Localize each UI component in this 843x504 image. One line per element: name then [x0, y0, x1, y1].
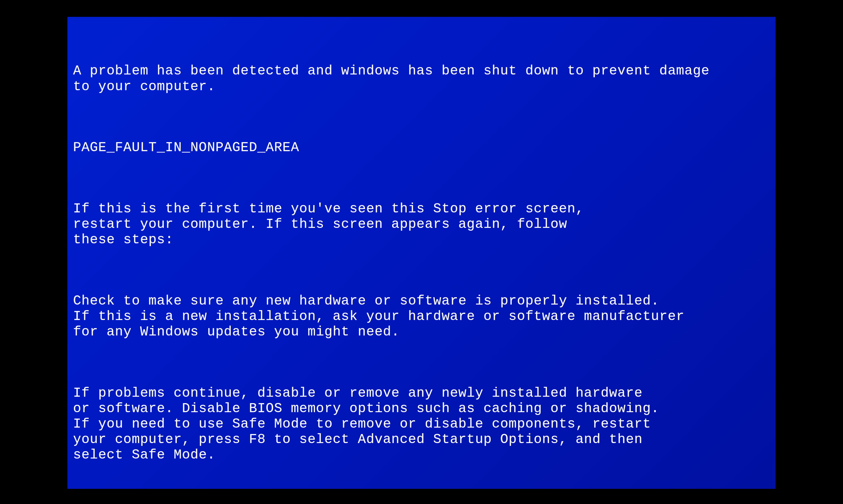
bsod-intro-text: A problem has been detected and windows …: [73, 63, 770, 94]
bsod-error-name: PAGE_FAULT_IN_NONPAGED_AREA: [73, 140, 770, 155]
bsod-troubleshoot-text: If problems continue, disable or remove …: [73, 385, 770, 463]
bsod-check-hardware-text: Check to make sure any new hardware or s…: [73, 293, 770, 340]
bsod-first-time-text: If this is the first time you've seen th…: [73, 201, 770, 248]
bsod-screen: A problem has been detected and windows …: [68, 17, 775, 489]
